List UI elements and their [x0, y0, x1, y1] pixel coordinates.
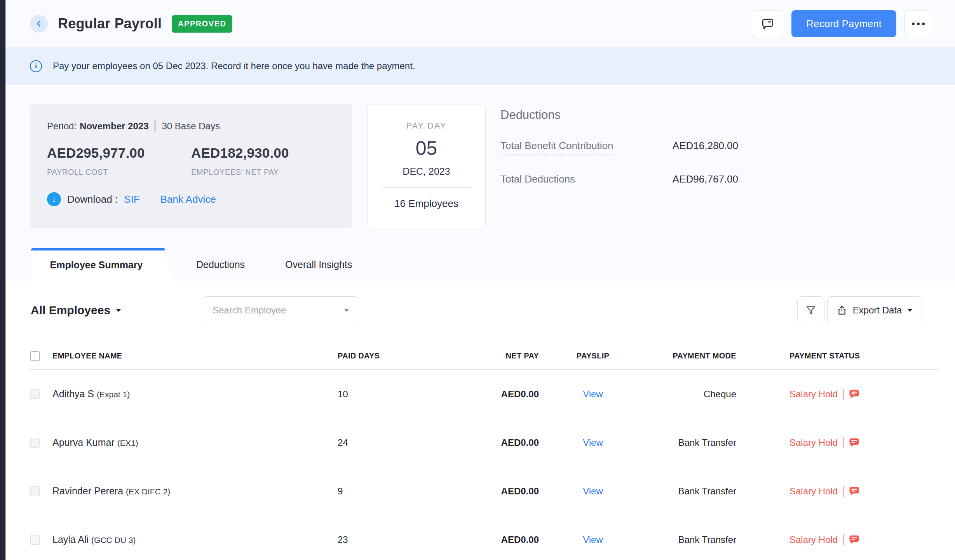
- employee-id-tag: (GCC DU 3): [91, 536, 136, 544]
- payment-mode-cell: Bank Transfer: [647, 486, 736, 497]
- table-row: Adithya S (Expat 1) 10 AED0.00 View Cheq…: [30, 370, 938, 418]
- employee-name-cell[interactable]: Adithya S (Expat 1): [52, 388, 309, 400]
- employee-id-tag: (EX1): [117, 438, 138, 447]
- payday-label: PAY DAY: [406, 121, 446, 131]
- row-checkbox[interactable]: [30, 389, 40, 399]
- employee-filter-dropdown[interactable]: All Employees: [31, 304, 121, 317]
- record-payment-button[interactable]: Record Payment: [791, 10, 896, 37]
- deductions-summary: Deductions Total Benefit Contribution AE…: [500, 104, 738, 185]
- download-row: ↓ Download : SIF Bank Advice: [47, 192, 335, 206]
- filter-button[interactable]: [797, 296, 824, 324]
- export-data-button[interactable]: Export Data: [827, 296, 922, 324]
- period-line: Period: November 2023 30 Base Days: [47, 120, 335, 132]
- hold-comment-icon[interactable]: [849, 485, 860, 497]
- tab-deductions[interactable]: Deductions: [196, 248, 245, 281]
- payroll-cost-label: PAYROLL COST: [47, 168, 191, 177]
- download-icon: ↓: [47, 192, 61, 206]
- column-header-paid-days: PAID DAYS: [309, 351, 412, 360]
- divider: [843, 437, 843, 448]
- info-banner: i Pay your employees on 05 Dec 2023. Rec…: [6, 47, 955, 85]
- total-benefit-contribution-label[interactable]: Total Benefit Contribution: [500, 140, 613, 155]
- payroll-cost-block: AED295,977.00 PAYROLL COST: [47, 145, 191, 177]
- view-payslip-link[interactable]: View: [539, 389, 647, 400]
- deduction-row: Total Benefit Contribution AED16,280.00: [500, 140, 738, 155]
- comments-button[interactable]: [752, 10, 783, 37]
- table-header: EMPLOYEE NAME PAID DAYS NET PAY PAYSLIP …: [30, 343, 938, 370]
- salary-hold-status: Salary Hold: [789, 534, 838, 545]
- page-title: Regular Payroll: [58, 16, 162, 32]
- deduction-row: Total Deductions AED96,767.00: [500, 173, 738, 185]
- hold-comment-icon[interactable]: [849, 388, 860, 400]
- download-sif-link[interactable]: SIF: [124, 193, 139, 205]
- select-all-checkbox[interactable]: [30, 351, 40, 361]
- tab-label: Employee Summary: [50, 259, 143, 271]
- tab-bar: Employee Summary Deductions Overall Insi…: [6, 248, 955, 281]
- hold-comment-icon[interactable]: [849, 534, 860, 545]
- column-header-payment-mode: PAYMENT MODE: [647, 351, 736, 360]
- employee-id-tag: (EX DIFC 2): [126, 487, 170, 496]
- net-pay-label: EMPLOYEES' NET PAY: [191, 168, 335, 177]
- paid-days-cell: 10: [309, 389, 412, 400]
- payroll-page: Regular Payroll APPROVED Record Payment …: [0, 0, 955, 560]
- download-bank-advice-link[interactable]: Bank Advice: [160, 193, 216, 205]
- deductions-title: Deductions: [500, 108, 738, 122]
- net-pay-cell: AED0.00: [412, 486, 539, 497]
- search-employee-input[interactable]: [212, 304, 344, 316]
- payday-card: PAY DAY 05 DEC, 2023 16 Employees: [367, 104, 486, 228]
- view-payslip-link[interactable]: View: [539, 534, 647, 545]
- net-pay-value: AED182,930.00: [191, 145, 335, 161]
- row-checkbox[interactable]: [30, 486, 40, 496]
- export-icon: [836, 305, 847, 316]
- row-checkbox[interactable]: [30, 535, 40, 545]
- export-data-label: Export Data: [853, 305, 902, 316]
- paid-days-cell: 9: [309, 486, 412, 497]
- employee-id-tag: (Expat 1): [97, 390, 130, 399]
- table-row: Layla Ali (GCC DU 3) 23 AED0.00 View Ban…: [30, 515, 938, 560]
- more-options-button[interactable]: [904, 10, 932, 37]
- payment-status-cell: Salary Hold: [789, 485, 938, 497]
- view-payslip-link[interactable]: View: [539, 486, 647, 497]
- info-icon: i: [30, 60, 42, 72]
- funnel-icon: [805, 304, 817, 316]
- status-badge: APPROVED: [172, 15, 232, 33]
- table-row: Ravinder Perera (EX DIFC 2) 9 AED0.00 Vi…: [30, 467, 938, 515]
- payment-mode-cell: Bank Transfer: [647, 534, 736, 545]
- net-pay-cell: AED0.00: [412, 389, 539, 400]
- net-pay-cell: AED0.00: [412, 534, 539, 545]
- payment-status-cell: Salary Hold: [789, 437, 938, 448]
- employee-name-cell[interactable]: Apurva Kumar (EX1): [52, 437, 309, 448]
- employee-search-select[interactable]: [203, 296, 358, 324]
- payday-day: 05: [416, 137, 437, 160]
- paid-days-cell: 24: [309, 437, 412, 448]
- column-header-net-pay: NET PAY: [412, 351, 539, 360]
- payment-mode-cell: Cheque: [647, 389, 736, 400]
- employee-name-cell[interactable]: Layla Ali (GCC DU 3): [52, 534, 309, 545]
- paid-days-cell: 23: [309, 534, 412, 545]
- payment-status-cell: Salary Hold: [789, 534, 938, 545]
- download-label: Download :: [67, 193, 118, 205]
- payday-employee-count: 16 Employees: [394, 198, 458, 210]
- page-header: Regular Payroll APPROVED Record Payment: [6, 0, 955, 47]
- chevron-left-icon: [35, 19, 43, 28]
- hold-comment-icon[interactable]: [849, 437, 860, 448]
- tab-overall-insights[interactable]: Overall Insights: [285, 248, 352, 281]
- tab-employee-summary[interactable]: Employee Summary: [31, 248, 174, 282]
- back-button[interactable]: [30, 15, 48, 33]
- payday-month-year: DEC, 2023: [403, 166, 450, 177]
- divider: [155, 120, 155, 132]
- column-header-employee-name: EMPLOYEE NAME: [52, 351, 309, 360]
- divider: [147, 193, 147, 205]
- table-row: Apurva Kumar (EX1) 24 AED0.00 View Bank …: [30, 418, 938, 467]
- comment-icon: [761, 17, 775, 31]
- base-days: 30 Base Days: [162, 121, 220, 132]
- total-benefit-contribution-value: AED16,280.00: [673, 140, 738, 152]
- collapsed-sidebar-rail[interactable]: [0, 0, 6, 560]
- divider: [843, 534, 843, 545]
- row-checkbox[interactable]: [30, 438, 40, 448]
- employee-name-cell[interactable]: Ravinder Perera (EX DIFC 2): [52, 485, 309, 497]
- net-pay-cell: AED0.00: [412, 437, 539, 448]
- view-payslip-link[interactable]: View: [539, 437, 647, 448]
- summary-section: Period: November 2023 30 Base Days AED29…: [6, 104, 955, 228]
- payroll-cost-value: AED295,977.00: [47, 145, 191, 161]
- active-tab-indicator: [31, 248, 174, 250]
